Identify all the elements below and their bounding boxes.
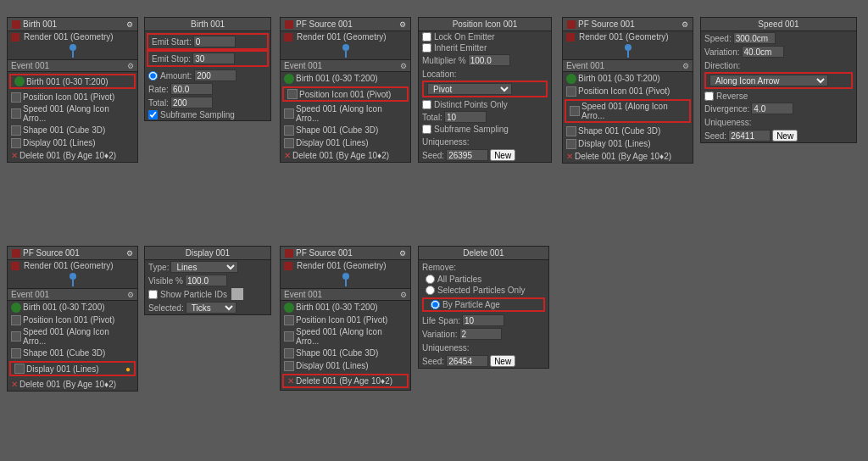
shape-item-1[interactable]: Shape 001 (Cube 3D) [8, 124, 137, 136]
rate-row: Rate: [145, 82, 270, 96]
pos-seed-input[interactable] [446, 149, 488, 161]
delete-item-2[interactable]: ✕ Delete 001 (By Age 10♦2) [281, 149, 410, 162]
close-icon-5[interactable] [285, 249, 293, 258]
close-icon-2[interactable] [285, 20, 293, 29]
speed-item-5[interactable]: Speed 001 (Along Icon Arro... [281, 326, 410, 347]
display-item-2[interactable]: Display 001 (Lines) [281, 136, 410, 149]
shape-item-2[interactable]: Shape 001 (Cube 3D) [281, 124, 410, 136]
emit-start-input[interactable] [193, 36, 236, 47]
speed-item-2[interactable]: Speed 001 (Along Icon Arro... [281, 103, 410, 124]
inherit-checkbox[interactable] [422, 43, 431, 53]
pos-uniqueness-row: Uniqueness: [419, 135, 551, 148]
display-item-4[interactable]: Display 001 (Lines) ● [9, 361, 136, 376]
position-item-3[interactable]: Position Icon 001 (Pivot) [563, 85, 693, 97]
close-icon-3[interactable] [567, 20, 576, 29]
delete-item-4[interactable]: ✕ Delete 001 (By Age 10♦2) [8, 378, 137, 391]
del-seed-input[interactable] [446, 355, 488, 367]
pf-source-header-4: PF Source 001 ⚙ [8, 247, 137, 260]
position-icon-5 [284, 315, 294, 325]
emit-stop-input[interactable] [192, 53, 235, 64]
location-select[interactable]: Pivot [427, 83, 512, 95]
selected-particles-radio[interactable] [426, 286, 435, 295]
life-span-row: Life Span: [419, 314, 548, 327]
speed-new-button[interactable]: New [772, 130, 798, 142]
multiplier-input[interactable] [468, 54, 510, 66]
display-item-1[interactable]: Display 001 (Lines) [8, 136, 137, 149]
all-particles-radio[interactable] [426, 275, 435, 284]
total-label: Total: [148, 98, 169, 108]
birth-item-1[interactable]: Birth 001 (0-30 T:200) [9, 74, 136, 89]
amount-radio[interactable] [148, 71, 158, 81]
pos-subframe-checkbox[interactable] [422, 125, 431, 134]
position-item-4[interactable]: Position Icon 001 (Pivot) [8, 314, 137, 326]
visible-row: Visible % [145, 274, 270, 287]
del-variation-input[interactable] [459, 328, 502, 340]
life-span-input[interactable] [462, 314, 504, 326]
location-select-row: Pivot [422, 81, 548, 97]
reverse-checkbox[interactable] [704, 92, 714, 101]
position-item-2[interactable]: Position Icon 001 (Pivot) [282, 86, 409, 102]
birth-item-3[interactable]: Birth 001 (0-30 T:200) [563, 72, 693, 85]
delete-title: Delete 001 [463, 248, 504, 258]
speed-item-1[interactable]: Speed 001 (Along Icon Arro... [8, 103, 137, 124]
speed-input[interactable] [733, 32, 776, 44]
delete-icon-2: ✕ [284, 151, 291, 160]
shape-item-4[interactable]: Shape 001 (Cube 3D) [8, 347, 137, 359]
birth-item-5[interactable]: Birth 001 (0-30 T:200) [281, 301, 410, 314]
pos-total-input[interactable] [444, 111, 487, 123]
all-particles-label: All Particles [437, 275, 481, 284]
by-age-radio[interactable] [431, 300, 440, 309]
position-panel: Position Icon 001 Lock On Emitter Inheri… [418, 17, 552, 163]
display-icon-2 [284, 138, 294, 148]
emit-start-row: Emit Start: [147, 33, 269, 50]
reverse-label: Reverse [716, 92, 748, 101]
display-item-5[interactable]: Display 001 (Lines) [281, 359, 410, 372]
amount-label: Amount: [160, 71, 192, 81]
visible-input[interactable] [185, 275, 227, 286]
speed-item-3[interactable]: Speed 001 (Along Icon Arro... [565, 99, 691, 123]
position-item-5[interactable]: Position Icon 001 (Pivot) [281, 314, 410, 326]
speed-uniqueness-row: Uniqueness: [701, 115, 856, 129]
direction-select[interactable]: Along Icon Arrow [709, 75, 828, 86]
position-item-1[interactable]: Position Icon 001 (Pivot) [8, 91, 137, 103]
shape-item-3[interactable]: Shape 001 (Cube 3D) [563, 125, 693, 137]
by-age-row: By Particle Age [422, 297, 545, 312]
speed-seed-row: Seed: New [701, 129, 856, 142]
distinct-checkbox[interactable] [422, 100, 431, 109]
shape-item-5[interactable]: Shape 001 (Cube 3D) [281, 347, 410, 359]
selected-particles-row: Selected Particles Only [419, 285, 548, 296]
event-header-2: Event 001 ⚙ [281, 59, 410, 72]
lock-checkbox[interactable] [422, 32, 431, 42]
close-icon-1[interactable] [12, 20, 20, 29]
total-input[interactable] [170, 97, 213, 108]
rate-input[interactable] [170, 83, 213, 95]
del-new-button[interactable]: New [490, 355, 515, 367]
total-row: Total: [145, 96, 270, 109]
del-seed-row: Seed: New [419, 354, 548, 368]
type-select[interactable]: Lines [170, 261, 238, 273]
position-title: Position Icon 001 [453, 19, 518, 29]
pos-total-label: Total: [422, 113, 442, 122]
speed-item-4[interactable]: Speed 001 (Along Icon Arro... [8, 326, 137, 347]
speed-label: Speed: [704, 34, 732, 43]
show-ids-checkbox[interactable] [148, 290, 158, 299]
selected-row: Selected: Ticks [145, 301, 270, 314]
birth-item-4[interactable]: Birth 001 (0-30 T:200) [8, 301, 137, 314]
divergence-input[interactable] [751, 103, 793, 114]
delete-item-3[interactable]: ✕ Delete 001 (By Age 10♦2) [563, 150, 693, 163]
birth-item-2[interactable]: Birth 001 (0-30 T:200) [281, 72, 410, 85]
shape-icon-2 [284, 125, 294, 136]
by-age-label: By Particle Age [442, 300, 500, 309]
selected-select[interactable]: Ticks [186, 302, 236, 314]
subframe-checkbox[interactable] [148, 110, 158, 119]
delete-item-1[interactable]: ✕ Delete 001 (By Age 10♦2) [8, 149, 137, 162]
close-icon-4[interactable] [12, 249, 20, 258]
delete-item-5[interactable]: ✕ Delete 001 (By Age 10♦2) [282, 374, 409, 388]
pos-new-button[interactable]: New [490, 149, 515, 161]
variation-input[interactable] [742, 46, 784, 58]
display-panel: Display 001 Type: Lines Visible % Show P… [144, 246, 271, 315]
display-item-3[interactable]: Display 001 (Lines) [563, 137, 693, 150]
emit-stop-label: Emit Stop: [152, 54, 191, 64]
speed-seed-input[interactable] [728, 130, 771, 142]
amount-input[interactable] [194, 69, 236, 81]
